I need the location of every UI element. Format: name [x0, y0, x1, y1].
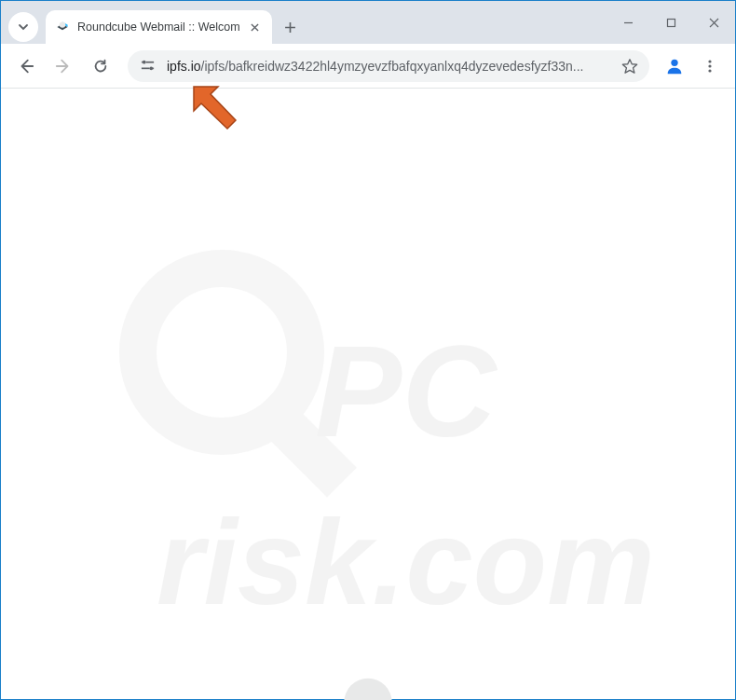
svg-rect-11 [248, 389, 357, 498]
plus-icon [284, 21, 296, 34]
watermark: PC risk.com [82, 213, 734, 682]
browser-window: Roundcube Webmail :: Welcom [0, 0, 736, 700]
tune-icon [140, 58, 156, 74]
url-text[interactable]: ipfs.io/ipfs/bafkreidwz3422hl4ymzyevzfba… [167, 59, 610, 74]
kebab-icon [702, 59, 717, 74]
arrow-pointer-icon [183, 75, 248, 141]
tab-close-button[interactable] [248, 20, 263, 34]
titlebar: Roundcube Webmail :: Welcom [1, 1, 735, 44]
chevron-down-icon [18, 21, 29, 33]
profile-button[interactable] [661, 52, 688, 80]
minimize-button[interactable] [607, 1, 649, 44]
reload-icon [92, 58, 109, 75]
close-icon [251, 23, 259, 32]
svg-point-7 [708, 60, 711, 62]
svg-point-8 [708, 64, 711, 67]
close-window-button[interactable] [692, 1, 735, 44]
maximize-button[interactable] [649, 1, 692, 44]
minimize-icon [623, 18, 634, 28]
roundcube-logo-icon [317, 666, 419, 700]
reload-button[interactable] [85, 50, 116, 82]
tab-title: Roundcube Webmail :: Welcom [77, 21, 240, 34]
svg-point-5 [149, 66, 153, 70]
forward-button[interactable] [48, 50, 79, 82]
svg-point-9 [708, 69, 711, 72]
roundcube-favicon-icon [55, 20, 70, 34]
url-path: /ipfs/bafkreidwz3422hl4ymzyevzfbafqxyanl… [201, 59, 584, 74]
browser-tab[interactable]: Roundcube Webmail :: Welcom [46, 10, 272, 44]
svg-point-2 [60, 21, 65, 27]
svg-text:risk.com: risk.com [157, 494, 655, 630]
star-icon [621, 58, 638, 75]
svg-point-6 [671, 59, 677, 65]
logo [317, 666, 419, 700]
svg-point-10 [138, 268, 306, 436]
url-domain: ipfs.io [167, 59, 201, 74]
maximize-icon [666, 18, 676, 28]
arrow-left-icon [18, 58, 34, 75]
svg-text:PC: PC [315, 318, 497, 464]
svg-rect-3 [667, 19, 675, 26]
new-tab-button[interactable] [278, 14, 304, 40]
svg-point-4 [142, 61, 145, 64]
back-button[interactable] [10, 50, 42, 82]
arrow-right-icon [55, 58, 72, 75]
profile-icon [664, 56, 685, 76]
toolbar: ipfs.io/ipfs/bafkreidwz3422hl4ymzyevzfba… [1, 44, 735, 89]
page-content: PC risk.com [2, 89, 734, 698]
tab-search-dropdown[interactable] [8, 12, 38, 42]
window-controls [607, 1, 735, 44]
close-icon [709, 18, 719, 28]
menu-button[interactable] [694, 50, 726, 82]
svg-point-17 [344, 679, 391, 700]
annotation-arrow [183, 75, 248, 144]
bookmark-button[interactable] [618, 54, 642, 78]
site-settings-button[interactable] [135, 54, 159, 78]
